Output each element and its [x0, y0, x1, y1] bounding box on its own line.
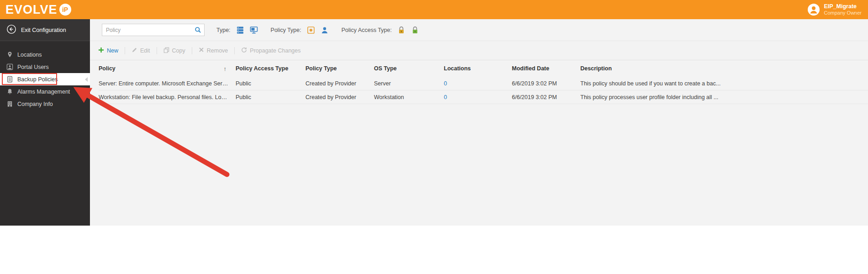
building-icon: [6, 100, 13, 107]
back-arrow-icon: [6, 24, 16, 36]
new-button-label: New: [107, 47, 118, 54]
cell-locations-link[interactable]: 0: [444, 80, 512, 87]
column-header-policy-access-type[interactable]: Policy Access Type: [236, 65, 305, 72]
exit-configuration-button[interactable]: Exit Configuration: [0, 19, 90, 41]
backup-policy-icon: [6, 76, 13, 83]
main-content: Type: Policy Type: Policy Access Type:: [90, 19, 868, 226]
search-icon[interactable]: [191, 24, 204, 36]
copy-button-label: Copy: [172, 47, 185, 54]
sidebar-item-label: Locations: [17, 52, 42, 58]
search-input[interactable]: [102, 24, 191, 36]
pencil-icon: [132, 47, 137, 54]
sidebar-nav: Locations Portal Users Backup Policies: [0, 48, 90, 110]
sidebar-item-alarms-management[interactable]: Alarms Management: [0, 85, 90, 98]
table-toolbar: New Edit Copy Remove: [90, 41, 868, 60]
cell-locations-link[interactable]: 0: [444, 94, 512, 100]
edit-button[interactable]: Edit: [125, 45, 157, 56]
alarm-icon: [6, 88, 13, 95]
sidebar: Exit Configuration Locations Portal User…: [0, 19, 90, 226]
portal-user-icon: [6, 63, 13, 70]
sidebar-item-label: Alarms Management: [17, 89, 70, 95]
provider-policy-icon[interactable]: [306, 25, 316, 35]
cell-modified-date: 6/6/2019 3:02 PM: [512, 94, 580, 100]
sidebar-item-portal-users[interactable]: Portal Users: [0, 61, 90, 73]
app-window: EVOLVE iP EIP_Migrate Company Owner: [0, 0, 868, 274]
cell-policy-access-type: Public: [236, 80, 305, 87]
sidebar-item-backup-policies[interactable]: Backup Policies: [0, 73, 90, 85]
copy-button[interactable]: Copy: [157, 45, 192, 56]
column-header-modified-date[interactable]: Modified Date: [512, 65, 580, 72]
cell-modified-date: 6/6/2019 3:02 PM: [512, 80, 580, 87]
remove-button-label: Remove: [207, 47, 228, 54]
policy-access-type-filter-group: Policy Access Type:: [342, 25, 420, 35]
column-header-description[interactable]: Description: [580, 65, 868, 72]
server-type-icon[interactable]: [235, 25, 245, 35]
refresh-arrows-icon: [241, 47, 247, 54]
cell-policy: Workstation: File level backup. Personal…: [99, 94, 236, 100]
private-lock-icon[interactable]: [396, 25, 406, 35]
table-row[interactable]: Server: Entire computer. Microsoft Excha…: [99, 77, 868, 90]
edit-button-label: Edit: [140, 47, 150, 54]
remove-button[interactable]: Remove: [192, 45, 235, 56]
type-filter-group: Type:: [216, 25, 259, 35]
sidebar-item-label: Backup Policies: [17, 76, 58, 83]
table-header-row: Policy ↑ Policy Access Type Policy Type …: [99, 60, 868, 77]
cell-os-type: Workstation: [374, 94, 444, 100]
sort-ascending-icon[interactable]: ↑: [224, 65, 227, 72]
policy-access-type-filter-label: Policy Access Type:: [342, 27, 392, 33]
location-pin-icon: [6, 51, 13, 58]
evolveip-logo: EVOLVE iP: [5, 4, 71, 16]
public-lock-icon[interactable]: [410, 25, 420, 35]
new-button[interactable]: New: [98, 45, 125, 56]
policies-table: Policy ↑ Policy Access Type Policy Type …: [90, 60, 868, 104]
cell-policy-access-type: Public: [236, 94, 305, 100]
column-header-policy-type[interactable]: Policy Type: [305, 65, 374, 72]
column-header-os-type[interactable]: OS Type: [374, 65, 444, 72]
workstation-type-icon[interactable]: [249, 25, 259, 35]
user-policy-icon[interactable]: [320, 25, 330, 35]
user-menu[interactable]: EIP_Migrate Company Owner: [807, 3, 862, 16]
column-header-locations[interactable]: Locations: [444, 65, 512, 72]
cell-description: This policy should be used if you want t…: [580, 80, 868, 87]
propagate-changes-button[interactable]: Propagate Changes: [235, 45, 307, 56]
sidebar-item-locations[interactable]: Locations: [0, 48, 90, 61]
sidebar-item-company-info[interactable]: Company Info: [0, 98, 90, 110]
user-avatar-icon: [807, 3, 820, 16]
type-filter-label: Type:: [216, 27, 231, 33]
policy-type-filter-group: Policy Type:: [271, 25, 330, 35]
cell-policy-type: Created by Provider: [305, 80, 374, 87]
table-row[interactable]: Workstation: File level backup. Personal…: [99, 90, 868, 104]
column-header-policy[interactable]: Policy ↑: [99, 65, 236, 72]
user-role: Company Owner: [824, 10, 862, 16]
policy-search-box: [102, 24, 205, 36]
cell-policy-type: Created by Provider: [305, 94, 374, 100]
logo-ip-badge: iP: [59, 4, 71, 16]
filter-bar: Type: Policy Type: Policy Access Type:: [90, 19, 868, 41]
cell-description: This policy processes user profile folde…: [580, 94, 868, 100]
user-info: EIP_Migrate Company Owner: [824, 3, 862, 16]
cell-policy: Server: Entire computer. Microsoft Excha…: [99, 80, 236, 87]
cell-os-type: Server: [374, 80, 444, 87]
sidebar-item-label: Company Info: [17, 101, 53, 107]
logo-text: EVOLVE: [5, 4, 58, 16]
copy-icon: [163, 47, 169, 54]
policy-type-filter-label: Policy Type:: [271, 27, 301, 33]
selected-item-notch: [85, 77, 88, 82]
exit-configuration-label: Exit Configuration: [21, 27, 66, 33]
propagate-changes-label: Propagate Changes: [250, 47, 300, 54]
sidebar-item-label: Portal Users: [17, 64, 49, 70]
top-bar: EVOLVE iP EIP_Migrate Company Owner: [0, 0, 868, 19]
user-name: EIP_Migrate: [824, 3, 862, 10]
remove-x-icon: [199, 47, 204, 54]
plus-icon: [98, 47, 104, 54]
